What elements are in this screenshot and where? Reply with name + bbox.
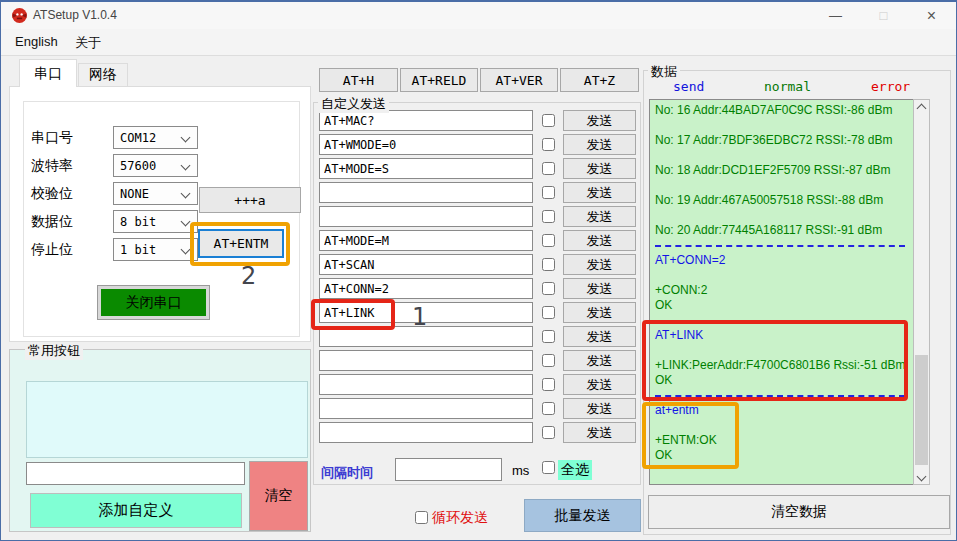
at-z-button[interactable]: AT+Z [560,68,639,92]
at-command-input[interactable] [319,230,533,251]
row-select-checkbox[interactable] [542,138,555,151]
custom-command-input[interactable] [26,462,245,485]
send-button[interactable]: 发送 [563,134,636,155]
at-command-input[interactable] [319,350,533,371]
at-ver-button[interactable]: AT+VER [480,68,558,92]
send-button[interactable]: 发送 [563,302,636,323]
baud-select[interactable]: 57600 [113,154,198,177]
at-entm-button[interactable]: AT+ENTM [198,229,284,258]
at-command-input[interactable] [319,158,533,179]
row-select-checkbox[interactable] [542,306,555,319]
menu-item-english[interactable]: English [15,34,58,49]
menu-bar: English 关于 [1,29,956,56]
loop-send-checkbox[interactable] [415,511,428,524]
blank-line [655,148,907,163]
chevron-down-icon [181,189,191,199]
blank-line [655,208,907,223]
at-command-input[interactable] [319,182,533,203]
data-scrollbar[interactable] [913,99,930,485]
scroll-down-icon[interactable] [914,468,929,484]
send-button[interactable]: 发送 [563,182,636,203]
custom-send-row: 发送 [319,374,639,395]
stopbits-select[interactable]: 1 bit [113,238,198,261]
at-command-input[interactable] [319,134,533,155]
log-line: No: 19 Addr:467A50057518 RSSI:-88 dBm [655,193,907,208]
batch-send-button[interactable]: 批量发送 [524,499,641,532]
scrollbar-thumb[interactable] [915,355,928,465]
chevron-down-icon [181,133,191,143]
maximize-icon[interactable]: □ [861,2,906,29]
close-icon[interactable]: × [909,2,954,29]
send-button[interactable]: 发送 [563,206,636,227]
at-command-input[interactable] [319,254,533,275]
menu-item-about[interactable]: 关于 [75,34,101,52]
blank-line [655,118,907,133]
close-port-button[interactable]: 关闭串口 [98,286,209,319]
send-button[interactable]: 发送 [563,398,636,419]
row-select-checkbox[interactable] [542,210,555,223]
select-all-checkbox[interactable] [542,461,555,474]
row-select-checkbox[interactable] [542,426,555,439]
custom-send-row: 发送 [319,278,639,299]
window-title: ATSetup V1.0.4 [33,8,117,22]
log-line: +LINK:PeerAddr:F4700C6801B6 Rssi:-51 dBm [655,358,907,373]
clear-button[interactable]: 清空 [249,461,308,531]
custom-send-row: 发送 [319,422,639,443]
log-line: OK [655,373,907,388]
at-command-input[interactable] [319,398,533,419]
row-select-checkbox[interactable] [542,162,555,175]
at-command-input[interactable] [319,422,533,443]
custom-send-row: 发送 [319,326,639,347]
minimize-icon[interactable]: — [813,2,858,29]
send-button[interactable]: 发送 [563,374,636,395]
log-line: No: 17 Addr:7BDF36EDBC72 RSSI:-78 dBm [655,133,907,148]
send-button[interactable]: 发送 [563,158,636,179]
add-custom-button[interactable]: 添加自定义 [30,493,242,528]
send-button[interactable]: 发送 [563,110,636,131]
interval-input[interactable] [395,458,502,481]
tab-network[interactable]: 网络 [78,63,128,87]
dashed-separator [655,395,905,410]
send-button[interactable]: 发送 [563,326,636,347]
at-command-input[interactable] [319,206,533,227]
log-line: OK [655,448,907,463]
stopbits-label: 停止位 [31,241,73,259]
at-reld-button[interactable]: AT+RELD [400,68,478,92]
send-button[interactable]: 发送 [563,350,636,371]
scroll-up-icon[interactable] [914,100,929,116]
custom-send-row: 发送 [319,182,639,203]
at-h-button[interactable]: AT+H [319,68,398,92]
stopbits-value: 1 bit [120,243,156,257]
clear-data-button[interactable]: 清空数据 [648,495,950,529]
row-select-checkbox[interactable] [542,378,555,391]
databits-select[interactable]: 8 bit [113,210,198,233]
send-button[interactable]: 发送 [563,230,636,251]
row-select-checkbox[interactable] [542,282,555,295]
at-command-input[interactable] [319,302,533,323]
common-buttons-group: 清空 添加自定义 [9,349,311,532]
send-button[interactable]: 发送 [563,254,636,275]
log-line: No: 18 Addr:DCD1EF2F5709 RSSI:-87 dBm [655,163,907,178]
baud-label: 波特率 [31,157,73,175]
tab-serial[interactable]: 串口 [19,59,77,87]
at-command-input[interactable] [319,110,533,131]
row-select-checkbox[interactable] [542,186,555,199]
custom-send-row: 发送 [319,110,639,131]
row-select-checkbox[interactable] [542,258,555,271]
plus-a-button[interactable]: +++a [199,187,301,213]
row-select-checkbox[interactable] [542,234,555,247]
row-select-checkbox[interactable] [542,114,555,127]
row-select-checkbox[interactable] [542,402,555,415]
row-select-checkbox[interactable] [542,354,555,367]
row-select-checkbox[interactable] [542,330,555,343]
at-command-input[interactable] [319,326,533,347]
send-button[interactable]: 发送 [563,422,636,443]
parity-select[interactable]: NONE [113,182,198,205]
interval-unit: ms [512,463,529,478]
send-button[interactable]: 发送 [563,278,636,299]
common-buttons-label: 常用按钮 [25,342,83,360]
data-log: No: 16 Addr:44BAD7AF0C9C RSSI:-86 dBm No… [655,103,907,463]
at-command-input[interactable] [319,374,533,395]
at-command-input[interactable] [319,278,533,299]
port-select[interactable]: COM12 [113,126,198,149]
